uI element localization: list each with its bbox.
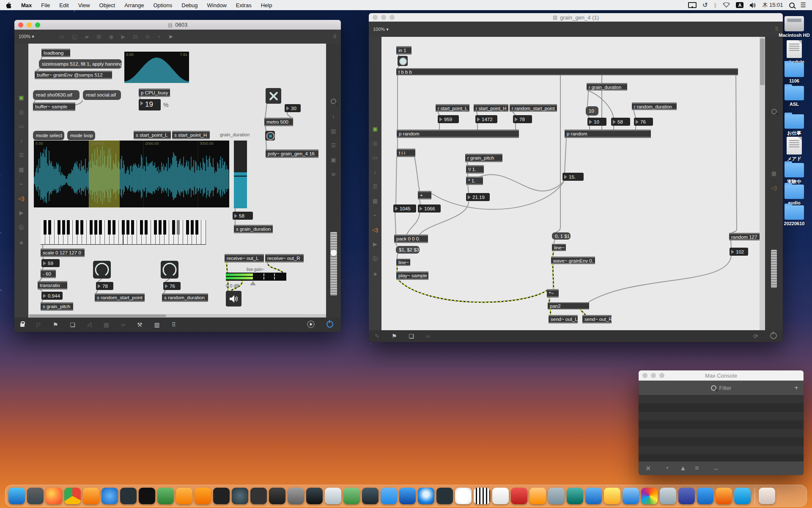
object-mul[interactable]: * 1. (466, 177, 483, 185)
dock-icon-app[interactable] (529, 488, 546, 504)
presentation-flag-icon[interactable]: ⚑ (392, 333, 397, 340)
mixer-icon[interactable]: ☰ (373, 183, 378, 190)
autoscroll-icon[interactable]: ≡ (695, 464, 699, 472)
volume-icon[interactable] (749, 3, 756, 8)
link-icon[interactable]: ∞ (121, 321, 125, 328)
comment-icon[interactable]: ▭ (19, 123, 24, 130)
object-minus-60[interactable]: - 60 (41, 270, 56, 278)
menu-item-arrange[interactable]: Arrange (120, 2, 148, 8)
number-cpu[interactable]: 19 (139, 99, 161, 110)
object-r-start-point-h[interactable]: r start_point_H (474, 104, 508, 112)
apple-menu-icon[interactable] (0, 2, 16, 8)
warning-icon[interactable]: ▲ (680, 464, 686, 472)
dock-icon-app[interactable] (343, 488, 360, 504)
inspector-icon[interactable]: i (333, 113, 334, 120)
dock-icon-app[interactable] (436, 488, 453, 504)
desktop-icon-Macintosh HD[interactable]: Macintosh HD (778, 16, 810, 38)
sync-icon[interactable]: ⟳ (753, 333, 758, 340)
menu-item-object[interactable]: Object (95, 2, 120, 8)
object-send-out-l[interactable]: send~ out_L (549, 315, 578, 323)
toggle-main[interactable] (266, 88, 281, 104)
run-play-icon[interactable] (307, 320, 315, 329)
object-t-b-b-b[interactable]: t b b b (396, 68, 738, 75)
link-icon[interactable]: ∞ (426, 333, 430, 340)
object-s-random-duration[interactable]: s random_duration (162, 293, 208, 302)
object-random127[interactable]: random 127 (729, 233, 760, 240)
menu-item-view[interactable]: View (74, 2, 95, 8)
dock-icon-unity[interactable] (306, 488, 323, 504)
number-0944[interactable]: 0.944 (41, 292, 63, 300)
number-78[interactable]: 78 (96, 282, 113, 290)
black-key[interactable] (90, 220, 93, 235)
dock-icon-app[interactable] (139, 488, 155, 504)
speaker-icon[interactable]: ◁) (18, 195, 24, 202)
play-box-icon[interactable]: ▶ (121, 33, 126, 40)
black-key[interactable] (177, 220, 180, 235)
black-key[interactable] (94, 220, 97, 235)
number-1472[interactable]: 1472 (475, 115, 497, 123)
patcher-icon[interactable]: ◱ (72, 33, 77, 40)
star-icon[interactable]: ★ (373, 271, 378, 277)
dock-icon-app[interactable] (548, 488, 565, 504)
livegain-meter[interactable] (226, 273, 286, 281)
zoom-search-icon[interactable] (331, 99, 336, 105)
image-icon[interactable]: ▦ (373, 198, 378, 204)
number-1045[interactable]: 1045 (393, 204, 416, 213)
dock-icon-obs[interactable] (232, 488, 248, 504)
object-plus[interactable]: + (418, 191, 431, 199)
dock-icon-settings[interactable] (660, 488, 676, 504)
number-76[interactable]: 76 (634, 118, 653, 126)
object-receive-out-r[interactable]: receive~ out_R (265, 254, 304, 262)
number-30[interactable]: 30 (285, 104, 301, 112)
number-15[interactable]: 15. (562, 173, 584, 181)
menu-item-max[interactable]: Max (16, 2, 36, 8)
message-mode-loop[interactable]: mode loop (67, 131, 95, 140)
buffer-icon[interactable]: ⓑ (19, 224, 24, 232)
speaker-icon[interactable]: ◁) (372, 226, 378, 233)
message-ring-icon[interactable]: ◎ (19, 109, 24, 115)
bang-button[interactable] (265, 131, 275, 141)
object-send-out-r[interactable]: send~ out_R (582, 315, 612, 323)
object-r-random-duration[interactable]: r random_duration (632, 102, 677, 110)
object-r-grain-pitch[interactable]: r grain_pitch (465, 154, 502, 162)
object-r-grain-duration[interactable]: r grain_duration (587, 83, 627, 91)
layers-icon[interactable]: ❏ (409, 333, 414, 340)
ezdac-speaker-button[interactable] (226, 291, 241, 306)
desktop-icon-ASL[interactable]: ASL (778, 86, 810, 107)
menu-item-window[interactable]: Window (203, 2, 231, 8)
object-pan2[interactable]: pan2 (548, 302, 589, 309)
dock-icon-music[interactable] (492, 488, 509, 504)
disable-icon[interactable]: ⊘ (145, 33, 150, 40)
dock-icon-app[interactable] (288, 488, 304, 504)
object-cube-icon[interactable]: ▣ (373, 126, 378, 132)
menu-item-debug[interactable]: Debug (177, 2, 202, 8)
black-key[interactable] (67, 220, 70, 235)
number-58[interactable]: 58 (233, 212, 253, 220)
filter-sliders-icon[interactable]: ≋ (331, 171, 336, 177)
object-cube-icon[interactable]: ▣ (19, 94, 24, 101)
livegain-thumb[interactable] (250, 281, 256, 285)
black-key[interactable] (140, 220, 143, 235)
dock-icon-safari[interactable] (418, 488, 434, 504)
piano-kslider[interactable] (41, 220, 206, 245)
object-line2[interactable]: line~ (552, 244, 566, 251)
message-ring-icon[interactable]: ◎ (373, 140, 377, 146)
desktop-icon-20220610[interactable]: 20220610 (778, 205, 810, 226)
desktop-icon-メアド[interactable]: メアド (778, 137, 810, 162)
number-1066[interactable]: 1066 (418, 204, 441, 213)
minimize-button[interactable] (27, 22, 32, 28)
minimize-button[interactable] (651, 373, 656, 378)
select-cursor-icon[interactable]: ◸ (36, 321, 41, 328)
black-key[interactable] (108, 220, 111, 235)
dock-icon-word[interactable] (697, 488, 713, 504)
right-gain-slider[interactable] (330, 232, 337, 295)
input-source-icon[interactable]: A (736, 2, 743, 8)
menu-item-edit[interactable]: Edit (55, 2, 73, 8)
transport-icon[interactable]: ▶ (373, 241, 377, 247)
black-key[interactable] (154, 220, 157, 235)
bluetooth-icon[interactable]: ᛒ (714, 2, 717, 8)
black-key[interactable] (131, 220, 134, 235)
object-loadbang[interactable]: loadbang (41, 49, 70, 57)
dock-icon-terminal[interactable] (120, 488, 137, 504)
send-icon[interactable]: ➤ (168, 33, 173, 40)
